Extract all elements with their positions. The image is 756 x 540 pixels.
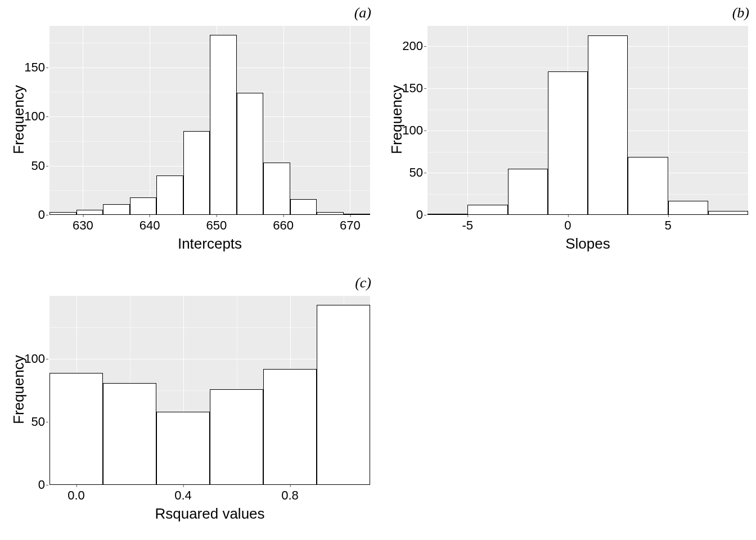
x-tick: -5 [462,218,473,233]
x-tick: 650 [206,218,227,233]
bar [548,71,588,215]
bar [103,204,130,215]
bar [50,212,76,215]
plot-area: 050100150200-505 [428,26,748,215]
panel-b: (b) 050100150200-505FrequencySlopes [378,0,756,270]
bar [317,212,344,215]
bar [508,169,548,215]
bar [103,383,156,485]
bar [588,35,628,215]
bar [708,211,748,215]
x-axis-label: Slopes [428,235,748,253]
y-tick: 50 [410,165,423,180]
bar [263,369,317,485]
panel-empty [378,270,756,540]
bar [628,157,668,215]
plot-area: 0501000.00.40.8 [50,296,370,485]
panel-title-c: (c) [355,274,371,291]
y-tick: 50 [32,415,45,429]
bar [428,214,467,215]
x-tick: 0.0 [68,488,85,503]
panel-c: (c) 0501000.00.40.8FrequencyRsquared val… [0,270,378,540]
x-tick: 670 [340,218,361,233]
panel-title-a: (a) [354,4,371,21]
bar [263,163,290,215]
y-axis-label: Frequency [388,85,406,154]
bar [183,131,210,215]
bar [290,199,317,215]
y-axis-label: Frequency [10,85,28,154]
y-tick: 0 [38,478,45,492]
y-tick: 50 [32,159,45,173]
panel-title-b: (b) [732,4,749,21]
bar [76,210,104,215]
x-axis-label: Intercepts [50,235,370,253]
x-tick: 0.4 [174,488,192,503]
bar [156,176,183,215]
bar [344,214,371,215]
chart-grid: (a) 050100150630640650660670FrequencyInt… [0,0,756,540]
bar [210,389,263,485]
y-tick: 0 [38,208,45,222]
x-tick: 660 [273,218,294,233]
x-tick: 640 [140,218,160,233]
x-tick: 5 [664,218,671,233]
bar [317,305,370,485]
x-axis-label: Rsquared values [50,505,370,523]
x-tick: 630 [73,218,93,233]
x-tick: 0 [564,218,571,233]
y-tick: 0 [416,208,423,222]
bar [210,35,237,215]
bar [130,197,157,215]
panel-a: (a) 050100150630640650660670FrequencyInt… [0,0,378,270]
bar [668,201,708,215]
x-tick: 0.8 [281,488,299,503]
bar [50,373,103,485]
y-tick: 150 [24,60,45,75]
bar [156,412,210,485]
y-axis-label: Frequency [10,355,28,424]
bar [237,93,264,215]
plot-area: 050100150630640650660670 [50,26,370,215]
y-tick: 200 [402,39,423,53]
bar [467,205,507,215]
